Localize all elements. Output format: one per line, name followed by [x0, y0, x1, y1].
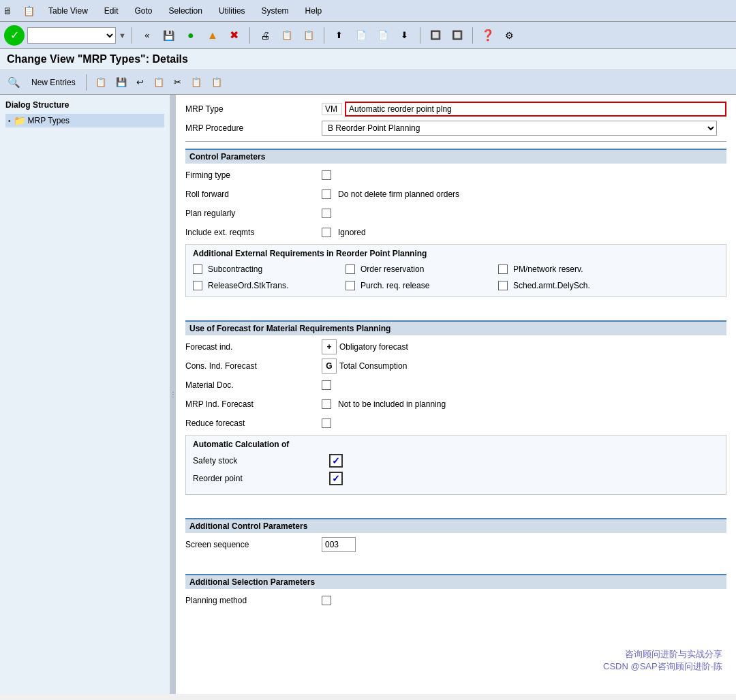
prev-btn[interactable]: ●	[181, 26, 200, 45]
save-btn[interactable]: 💾	[159, 26, 179, 45]
reorder-point-checkmark: ✓	[332, 473, 340, 484]
reorder-point-checkbox[interactable]: ✓	[329, 472, 343, 485]
cons-ind-label: Cons. Ind. Forecast	[185, 361, 322, 371]
dropdown-arrow: ▼	[119, 31, 126, 40]
command-field[interactable]	[27, 27, 116, 44]
include-ext-reqmts-checkbox[interactable]	[322, 228, 331, 237]
menu-utilities[interactable]: Utilities	[216, 5, 248, 17]
menu-selection[interactable]: Selection	[166, 5, 205, 17]
mrp-type-code-input[interactable]	[322, 103, 342, 115]
box1-btn[interactable]: 🔲	[426, 26, 445, 45]
sidebar-item-label: MRP Types	[28, 116, 70, 125]
split-handle[interactable]: ⋮	[170, 95, 176, 694]
sched-armt-checkbox[interactable]	[498, 281, 508, 290]
download-btn[interactable]: ⬇	[395, 26, 414, 45]
ext-req-section: Additional External Requirements in Reor…	[185, 244, 726, 297]
mrp-ind-forecast-label: MRP Ind. Forecast	[185, 399, 322, 409]
purch-req-checkbox[interactable]	[346, 281, 355, 290]
safety-stock-label: Safety stock	[193, 456, 329, 466]
reorder-point-label: Reorder point	[193, 474, 329, 483]
mrp-ind-forecast-value: Not to be included in planning	[338, 399, 446, 409]
print-btn[interactable]: 🖨	[256, 26, 275, 45]
purch-req-cell: Purch. req. release	[346, 279, 495, 292]
sched-armt-cell: Sched.armt.DelySch.	[498, 279, 648, 292]
clipboard2-btn[interactable]: 📋	[299, 26, 318, 45]
safety-stock-checkbox[interactable]: ✓	[329, 454, 343, 468]
doc2-btn[interactable]: 📄	[373, 26, 393, 45]
subcontracting-cell: Subcontracting	[193, 262, 343, 276]
doc4-btn[interactable]: 📋	[208, 75, 226, 89]
mrp-ind-forecast-checkbox[interactable]	[322, 399, 331, 409]
settings-btn[interactable]: ⚙	[500, 26, 519, 45]
cancel-btn[interactable]: ✖	[225, 26, 244, 45]
up-btn[interactable]: ▲	[203, 26, 222, 45]
doc3-btn[interactable]: 📋	[187, 75, 205, 89]
separator-4	[420, 27, 420, 44]
main-content: Dialog Structure • 📁 MRP Types ⋮ MRP Typ…	[0, 95, 736, 694]
firming-type-checkbox[interactable]	[322, 170, 331, 180]
checkmark-btn[interactable]: ✓	[4, 25, 25, 46]
clipboard1-btn[interactable]: 📋	[277, 26, 296, 45]
menu-goto[interactable]: Goto	[132, 5, 155, 17]
auto-calc-title: Automatic Calculation of	[193, 440, 719, 449]
include-ext-reqmts-value: Ignored	[338, 228, 366, 237]
box2-btn[interactable]: 🔲	[448, 26, 467, 45]
menu-table-view[interactable]: Table View	[46, 5, 91, 17]
menu-system[interactable]: System	[259, 5, 292, 17]
subcontracting-checkbox[interactable]	[193, 264, 202, 274]
app-icon: 🖥	[3, 5, 12, 16]
order-reservation-label: Order reservation	[361, 264, 424, 274]
include-ext-reqmts-label: Include ext. reqmts	[185, 228, 322, 237]
order-reservation-checkbox[interactable]	[346, 264, 355, 274]
planning-method-row: Planning method	[185, 593, 726, 608]
secondary-toolbar: 🔍 New Entries 📋 💾 ↩ 📋 ✂ 📋 📋	[0, 70, 736, 95]
help-btn[interactable]: ❓	[478, 26, 497, 45]
auto-calc-section: Automatic Calculation of Safety stock ✓ …	[185, 435, 726, 495]
release-ord-label: ReleaseOrd.StkTrans.	[208, 281, 288, 290]
folder-icon: 📁	[14, 115, 25, 126]
sidebar-title: Dialog Structure	[5, 100, 164, 110]
cons-ind-code[interactable]: G	[322, 359, 337, 374]
main-toolbar: ✓ ▼ « 💾 ● ▲ ✖ 🖨 📋 📋 ⬆ 📄 📄 ⬇ 🔲 🔲 ❓ ⚙	[0, 22, 736, 49]
sidebar-item-mrp-types[interactable]: • 📁 MRP Types	[5, 114, 164, 127]
copy-btn[interactable]: 📋	[92, 75, 110, 89]
ext-req-title: Additional External Requirements in Reor…	[193, 249, 719, 258]
doc1-btn[interactable]: 📄	[352, 26, 371, 45]
forecast-ind-code[interactable]: +	[322, 339, 337, 354]
control-parameters-header: Control Parameters	[185, 149, 726, 164]
material-doc-checkbox[interactable]	[322, 380, 331, 390]
mrp-type-row: MRP Type	[185, 102, 726, 117]
screen-sequence-input[interactable]	[322, 537, 356, 552]
roll-forward-checkbox[interactable]	[322, 189, 331, 199]
title-area: Change View "MRP Types": Details	[0, 49, 736, 70]
undo-btn[interactable]: ↩	[133, 75, 147, 89]
separator-1	[132, 27, 132, 44]
firming-type-row: Firming type	[185, 168, 726, 183]
roll-forward-row: Roll forward Do not delete firm planned …	[185, 187, 726, 202]
additional-selection-header: Additional Selection Parameters	[185, 574, 726, 589]
pm-network-cell: PM/network reserv.	[498, 262, 648, 276]
menu-help[interactable]: Help	[303, 5, 325, 17]
search-icon-btn[interactable]: 🔍	[4, 74, 24, 91]
back-btn[interactable]: «	[138, 26, 157, 45]
reduce-forecast-checkbox[interactable]	[322, 419, 331, 428]
forecast-ind-row: Forecast ind. + Obligatory forecast	[185, 339, 726, 354]
new-entries-label: New Entries	[31, 78, 76, 87]
pm-network-checkbox[interactable]	[498, 264, 508, 274]
planning-method-checkbox[interactable]	[322, 596, 331, 605]
upload-btn[interactable]: ⬆	[330, 26, 349, 45]
pm-network-label: PM/network reserv.	[513, 264, 583, 274]
paste-btn[interactable]: 📋	[150, 75, 168, 89]
new-entries-button[interactable]: New Entries	[27, 76, 80, 89]
menu-edit[interactable]: Edit	[102, 5, 121, 17]
reorder-point-row: Reorder point ✓	[193, 471, 719, 486]
cut-btn[interactable]: ✂	[170, 75, 185, 89]
plan-regularly-checkbox[interactable]	[322, 209, 331, 218]
purch-req-label: Purch. req. release	[361, 281, 429, 290]
material-doc-row: Material Doc.	[185, 378, 726, 393]
save2-btn[interactable]: 💾	[112, 75, 130, 89]
release-ord-checkbox[interactable]	[193, 281, 202, 290]
mrp-type-desc-input[interactable]	[345, 102, 726, 117]
sidebar: Dialog Structure • 📁 MRP Types	[0, 95, 170, 694]
mrp-procedure-select[interactable]: B Reorder Point Planning	[322, 121, 717, 136]
